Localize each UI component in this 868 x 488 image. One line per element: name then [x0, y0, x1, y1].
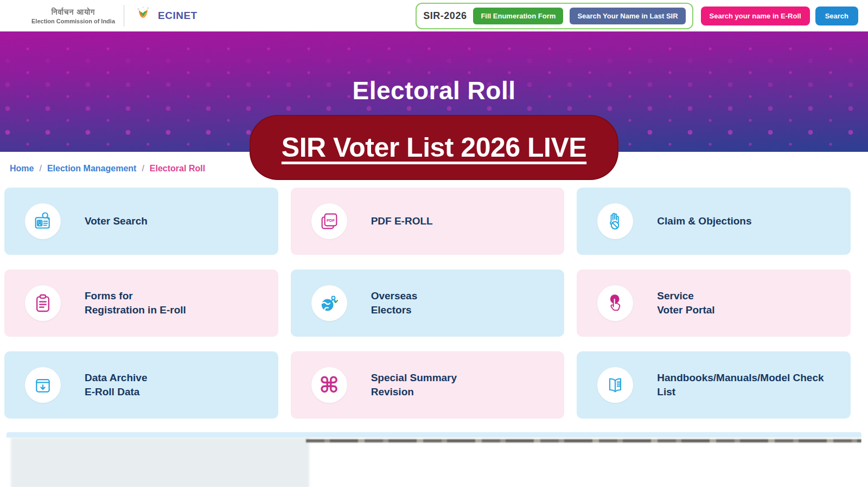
click-hand-icon	[597, 285, 633, 321]
card-title-line: Overseas	[371, 289, 418, 303]
card-title-line: Data Archive	[85, 371, 147, 385]
breadcrumb-separator: /	[39, 164, 41, 174]
sir-2026-group: SIR-2026 Fill Enumeration Form Search Yo…	[416, 3, 693, 29]
card-data-archive[interactable]: Data Archive E-Roll Data	[4, 351, 278, 419]
card-title: Forms for Registration in E-roll	[85, 289, 186, 317]
card-title: Voter Search	[85, 214, 148, 228]
breadcrumb-separator: /	[142, 164, 144, 174]
archive-download-icon	[25, 367, 61, 403]
card-special-summary-revision[interactable]: ⌘ Special Summary Revision	[291, 351, 565, 419]
footer-photo-section	[7, 432, 861, 487]
ecinet-electoral-roll-page: { "header": { "eci": { "hindi": "निर्वाच…	[0, 0, 868, 488]
sir-2026-label: SIR-2026	[423, 10, 467, 22]
card-claim-objections[interactable]: Claim & Objections	[577, 188, 851, 255]
card-title-line: Handbooks/Manuals/Model Check	[657, 371, 824, 385]
card-title: PDF E-ROLL	[371, 214, 433, 228]
voter-search-icon	[25, 203, 61, 239]
clipboard-icon	[25, 285, 61, 321]
building-photo	[7, 438, 861, 487]
card-title-line: Voter Search	[85, 214, 148, 228]
breadcrumb-current-page: Electoral Roll	[150, 164, 205, 174]
breadcrumb-election-management-link[interactable]: Election Management	[47, 164, 136, 174]
eci-logo-hindi-text: निर्वाचन आयोग	[31, 8, 115, 17]
eci-logo-english-text: Election Commission of India	[31, 18, 115, 24]
search-name-last-sir-button[interactable]: Search Your Name in Last SIR	[570, 8, 685, 24]
electoral-roll-card-grid: Voter Search PDF PDF E-ROLL	[4, 188, 851, 419]
open-book-icon	[597, 367, 633, 403]
card-voter-search[interactable]: Voter Search	[4, 188, 278, 255]
card-title: Handbooks/Manuals/Model Check List	[657, 371, 824, 399]
photo-top-band	[7, 432, 861, 438]
sir-voter-list-badge-text: SIR Voter List 2026 LIVE	[282, 132, 586, 163]
card-title-line: E-Roll Data	[85, 385, 147, 399]
eci-logo: निर्वाचन आयोग Election Commission of Ind…	[31, 8, 115, 24]
building-photo-roofline	[306, 439, 861, 442]
page-title: Electoral Roll	[0, 31, 868, 105]
card-handbooks-manuals[interactable]: Handbooks/Manuals/Model Check List	[577, 351, 851, 419]
card-title-line: Forms for	[85, 289, 186, 303]
ecinet-brand[interactable]: ECINET	[133, 4, 197, 27]
hand-stop-icon	[597, 203, 633, 239]
breadcrumb-home-link[interactable]: Home	[10, 164, 34, 174]
card-title-line: PDF E-ROLL	[371, 214, 433, 228]
card-title: Special Summary Revision	[371, 371, 457, 399]
card-title: Overseas Electors	[371, 289, 418, 317]
card-overseas-electors[interactable]: Overseas Electors	[291, 269, 565, 337]
top-header: निर्वाचन आयोग Election Commission of Ind…	[0, 0, 868, 31]
card-title: Data Archive E-Roll Data	[85, 371, 147, 399]
card-title-line: Service	[657, 289, 714, 303]
fill-enumeration-form-button[interactable]: Fill Enumeration Form	[473, 8, 563, 24]
card-title-line: Registration in E-roll	[85, 303, 186, 317]
search-name-eroll-button[interactable]: Search your name in E-Roll	[701, 7, 810, 25]
search-button[interactable]: Search	[815, 7, 858, 25]
card-service-voter-portal[interactable]: Service Voter Portal	[577, 269, 851, 337]
command-icon: ⌘	[311, 367, 347, 403]
svg-text:PDF: PDF	[327, 218, 335, 223]
card-title-line: Electors	[371, 303, 418, 317]
card-title-line: Claim & Objections	[657, 214, 751, 228]
pdf-icon: PDF	[311, 203, 347, 239]
building-photo-left	[11, 438, 309, 487]
card-title-line: Voter Portal	[657, 303, 714, 317]
card-title: Service Voter Portal	[657, 289, 714, 317]
logo-divider	[124, 5, 124, 27]
command-glyph: ⌘	[319, 374, 339, 396]
card-title-line: List	[657, 385, 824, 399]
ecinet-brand-name: ECINET	[158, 10, 197, 22]
card-title: Claim & Objections	[657, 214, 751, 228]
card-pdf-eroll[interactable]: PDF PDF E-ROLL	[291, 188, 565, 255]
globe-voter-icon	[311, 285, 347, 321]
card-title-line: Revision	[371, 385, 457, 399]
card-title-line: Special Summary	[371, 371, 457, 385]
sir-voter-list-badge: SIR Voter List 2026 LIVE	[250, 115, 618, 180]
ecinet-logo-icon	[133, 4, 154, 27]
card-forms-registration[interactable]: Forms for Registration in E-roll	[4, 269, 278, 337]
